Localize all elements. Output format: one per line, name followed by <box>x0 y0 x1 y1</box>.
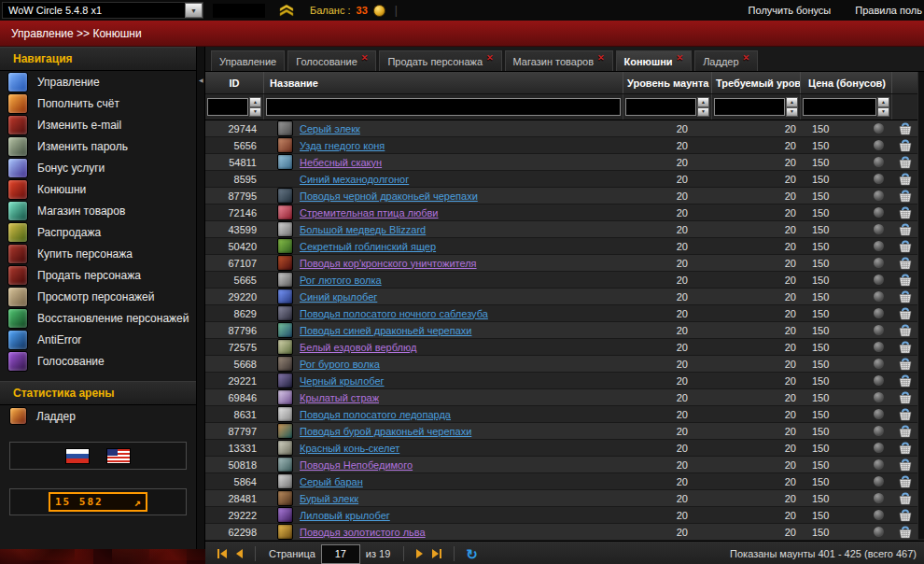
first-page-button[interactable] <box>213 549 231 558</box>
online-counter[interactable]: 15 582 ↗ <box>49 492 147 512</box>
spinner-down-icon[interactable]: ▼ <box>786 107 798 118</box>
sidebar-item-item-shop[interactable]: Магазин товаров <box>0 200 196 221</box>
get-bonuses-link[interactable]: Получить бонусы <box>749 5 832 16</box>
sidebar-item-top-up[interactable]: Пополнить счёт <box>0 92 196 114</box>
usa-flag-icon[interactable] <box>106 448 131 464</box>
spinner-down-icon[interactable]: ▼ <box>249 107 261 118</box>
mount-link[interactable]: Поводья кор'кронского уничтожителя <box>300 258 477 269</box>
sidebar-item-restore-characters[interactable]: Восстановление персонажей <box>0 307 196 329</box>
sidebar-item-change-password[interactable]: Изменить пароль <box>0 135 196 157</box>
buy-basket-button[interactable] <box>898 442 913 455</box>
column-header-mount-level[interactable]: Уровень маунта <box>623 72 712 93</box>
buy-basket-button[interactable] <box>898 274 913 287</box>
spinner-down-icon[interactable]: ▼ <box>697 107 709 118</box>
page-number-input[interactable] <box>321 544 360 564</box>
mount-link[interactable]: Поводья полосатого ночного саблезуба <box>300 308 488 319</box>
buy-basket-button[interactable] <box>898 475 913 488</box>
filter-required-level-input[interactable] <box>714 98 785 116</box>
buy-basket-button[interactable] <box>898 492 913 505</box>
mount-link[interactable]: Большой медведь Blizzard <box>300 224 426 235</box>
buy-basket-button[interactable] <box>898 391 913 404</box>
filter-id-input[interactable] <box>207 98 248 116</box>
mount-link[interactable]: Поводья черной драконьей черепахи <box>300 190 478 202</box>
russian-flag-icon[interactable] <box>65 448 90 464</box>
mount-link[interactable]: Секретный гоблинский ящер <box>300 241 436 252</box>
mount-link[interactable]: Белый ездовой верблюд <box>300 342 416 353</box>
sidebar-item-buy-character[interactable]: Купить персонажа <box>0 243 196 264</box>
next-page-button[interactable] <box>412 549 427 558</box>
mount-link[interactable]: Синий механодолгоног <box>300 174 409 185</box>
mount-link[interactable]: Рог бурого волка <box>300 359 380 370</box>
buy-basket-button[interactable] <box>898 206 913 219</box>
mount-link[interactable]: Рог лютого волка <box>300 275 382 286</box>
buy-basket-button[interactable] <box>898 408 913 421</box>
spinner-up-icon[interactable]: ▲ <box>877 97 889 107</box>
sidebar-item-bonus-services[interactable]: Бонус услуги <box>0 157 196 178</box>
sidebar-item-voting[interactable]: Голосование <box>0 350 196 372</box>
spinner-up-icon[interactable]: ▲ <box>249 97 261 107</box>
mount-link[interactable]: Бурый элекк <box>300 493 358 504</box>
realm-selector[interactable]: WoW Circle 5.4.8 x1 ▼ <box>2 2 203 19</box>
buy-basket-button[interactable] <box>898 374 913 388</box>
sidebar-item-sale[interactable]: Распродажа <box>0 221 196 243</box>
tab-close-icon[interactable]: ✕ <box>743 53 750 63</box>
buy-basket-button[interactable] <box>898 324 913 337</box>
sidebar-item-sell-character[interactable]: Продать персонажа <box>0 264 196 286</box>
buy-basket-button[interactable] <box>898 240 913 253</box>
tab-close-icon[interactable]: ✕ <box>597 53 605 63</box>
mount-link[interactable]: Серый баран <box>300 476 363 487</box>
buy-basket-button[interactable] <box>898 156 913 169</box>
spinner-up-icon[interactable]: ▲ <box>697 97 709 107</box>
buy-basket-button[interactable] <box>898 190 913 203</box>
filter-name-input[interactable] <box>266 98 621 116</box>
buy-basket-button[interactable] <box>898 509 913 522</box>
buy-basket-button[interactable] <box>898 341 913 354</box>
column-header-id[interactable]: ID <box>205 72 264 93</box>
buy-basket-button[interactable] <box>898 223 913 236</box>
tab-ladder[interactable]: Ладдер ✕ <box>694 50 758 71</box>
refresh-icon[interactable]: ↻ <box>466 547 478 561</box>
sidebar-item-stables[interactable]: Конюшни <box>0 178 196 200</box>
mount-link[interactable]: Красный конь-скелет <box>300 443 399 454</box>
column-header-required-level[interactable]: Требуемый уров <box>712 72 801 93</box>
chevron-down-icon[interactable]: ▼ <box>185 3 203 18</box>
sidebar-collapse-handle[interactable]: ◀ <box>196 47 205 549</box>
buy-basket-button[interactable] <box>898 122 913 135</box>
buy-basket-button[interactable] <box>898 425 913 438</box>
spinner-down-icon[interactable]: ▼ <box>877 107 889 118</box>
sidebar-item-change-email[interactable]: Изменить e-mail <box>0 114 196 135</box>
tab-close-icon[interactable]: ✕ <box>677 53 684 63</box>
mount-link[interactable]: Поводья Непобедимого <box>300 459 413 471</box>
tab-close-icon[interactable]: ✕ <box>361 53 369 63</box>
column-header-name[interactable]: Название <box>264 72 623 93</box>
mount-link[interactable]: Стремительная птица любви <box>300 207 439 219</box>
filter-mount-level-input[interactable] <box>625 98 696 116</box>
sidebar-item-management[interactable]: Управление <box>0 71 196 92</box>
buy-basket-button[interactable] <box>898 307 913 320</box>
vertical-scrollbar[interactable] <box>917 72 924 539</box>
last-page-button[interactable] <box>427 549 446 558</box>
mount-link[interactable]: Поводья полосатого ледопарда <box>300 409 451 420</box>
mount-link[interactable]: Узда гнедого коня <box>300 140 385 151</box>
buy-basket-button[interactable] <box>898 458 913 472</box>
mount-link[interactable]: Поводья синей драконьей черепахи <box>300 325 471 336</box>
mount-link[interactable]: Черный крылобег <box>300 375 385 387</box>
tab-stables[interactable]: Конюшни ✕ <box>616 50 693 71</box>
mount-link[interactable]: Серый элекк <box>300 123 360 134</box>
tab-item-shop[interactable]: Магазин товаров ✕ <box>505 50 613 71</box>
tab-management[interactable]: Управление <box>211 50 285 71</box>
tab-sell-character[interactable]: Продать персонажа ✕ <box>379 50 501 71</box>
buy-basket-button[interactable] <box>898 173 913 186</box>
prev-page-button[interactable] <box>231 549 247 558</box>
mount-link[interactable]: Поводья золотистого льва <box>300 527 426 538</box>
tab-voting[interactable]: Голосование ✕ <box>287 50 376 71</box>
mount-link[interactable]: Синий крылобег <box>300 291 377 303</box>
mount-link[interactable]: Небесный скакун <box>300 157 382 168</box>
spinner-up-icon[interactable]: ▲ <box>786 97 798 107</box>
buy-basket-button[interactable] <box>898 139 913 152</box>
rules-link[interactable]: Правила поль <box>855 5 922 16</box>
mount-link[interactable]: Лиловый крылобег <box>300 510 390 521</box>
buy-basket-button[interactable] <box>898 526 913 539</box>
sidebar-item-ladder[interactable]: Ладдер <box>0 405 196 427</box>
mount-link[interactable]: Поводья бурой драконьей черепахи <box>300 426 471 437</box>
